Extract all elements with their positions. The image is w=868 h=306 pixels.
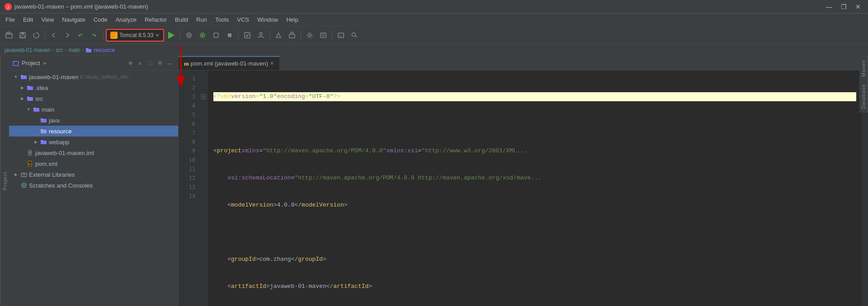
- sidebar-header: Project ⊕ ≡ ⬚ ⚙ —: [9, 56, 178, 71]
- terminal-button[interactable]: >_: [335, 29, 347, 42]
- svg-rect-19: [214, 33, 218, 38]
- menu-edit[interactable]: Edit: [19, 15, 37, 24]
- menu-bar: File Edit View Navigate Code Analyze Ref…: [0, 14, 868, 26]
- code-line-4: xsi:schemaLocation="http://maven.apache.…: [213, 174, 856, 183]
- run-button[interactable]: [165, 29, 178, 42]
- toolbar-separator-6: [301, 31, 301, 40]
- tab-xml-icon: m: [184, 60, 189, 67]
- sidebar-sort-type-btn[interactable]: ⬚: [146, 59, 155, 68]
- project-panel-label[interactable]: Project: [0, 56, 9, 306]
- tab-close-button[interactable]: ✕: [270, 61, 274, 66]
- menu-file[interactable]: File: [2, 15, 19, 24]
- minimize-button[interactable]: —: [824, 1, 835, 12]
- tree-item-main-label: main: [42, 106, 54, 113]
- svg-rect-39: [21, 75, 27, 79]
- sidebar-scope-btn[interactable]: ⊕: [126, 59, 135, 68]
- svg-rect-52: [41, 140, 43, 141]
- tree-item-java[interactable]: java: [9, 115, 178, 126]
- maximize-button[interactable]: ❐: [838, 1, 849, 12]
- open-button[interactable]: [3, 29, 15, 42]
- menu-vcs[interactable]: VCS: [233, 15, 253, 24]
- back-button[interactable]: [47, 29, 60, 42]
- tree-item-scratches[interactable]: Scratches and Consoles: [9, 180, 178, 191]
- expand-main-icon[interactable]: ▼: [25, 107, 32, 112]
- svg-rect-50: [41, 129, 43, 130]
- debug-button[interactable]: [196, 29, 209, 42]
- search-everywhere-button[interactable]: [348, 29, 361, 42]
- breadcrumb-resource[interactable]: resource: [94, 47, 115, 53]
- toolbar-separator-5: [269, 31, 270, 40]
- menu-help[interactable]: Help: [283, 15, 302, 24]
- close-button[interactable]: ✕: [853, 1, 863, 12]
- scratches-icon: [20, 182, 28, 189]
- ant-button[interactable]: [183, 29, 195, 42]
- svg-rect-37: [13, 61, 19, 66]
- run-configuration[interactable]: 🐱 Tomcat 8.5.33: [106, 29, 164, 42]
- forward-button[interactable]: [61, 29, 74, 42]
- profile-button[interactable]: [255, 29, 267, 42]
- tree-item-root[interactable]: ▼ javaweb-01-maven E:\study_self\std_JAV…: [9, 71, 178, 82]
- line-num-5: 5: [179, 110, 199, 119]
- gutter-fold-3[interactable]: [199, 92, 208, 101]
- database-panel-label[interactable]: Database: [859, 80, 868, 113]
- revert-button[interactable]: ↶: [75, 29, 87, 42]
- breadcrumb-src[interactable]: src: [56, 47, 63, 53]
- line-num-12: 12: [179, 174, 199, 183]
- tree-item-pom-label: pom.xml: [35, 160, 57, 167]
- expand-idea-icon[interactable]: ▶: [19, 85, 25, 90]
- toolbar: ↶ ↷ 🐱 Tomcat 8.5.33: [0, 26, 868, 44]
- breadcrumb-sep-1: ›: [52, 47, 54, 53]
- menu-view[interactable]: View: [38, 15, 57, 24]
- tree-item-main[interactable]: ▼ main: [9, 104, 178, 115]
- debug2-button[interactable]: [210, 29, 222, 42]
- expand-src-icon[interactable]: ▶: [19, 96, 25, 101]
- menu-build[interactable]: Build: [171, 15, 192, 24]
- code-line-3: <project xmlns="http://maven.apache.org/…: [213, 146, 856, 155]
- tree-item-src[interactable]: ▶ src: [9, 93, 178, 104]
- menu-refactor[interactable]: Refactor: [141, 15, 170, 24]
- sidebar-actions: ⊕ ≡ ⬚ ⚙ —: [126, 59, 175, 68]
- expand-webapp-icon[interactable]: ▶: [33, 140, 39, 144]
- breadcrumb-main[interactable]: main: [68, 47, 80, 53]
- sidebar-sort-alpha-btn[interactable]: ≡: [136, 59, 145, 68]
- sdk-button[interactable]: [317, 29, 330, 42]
- fold-project-icon: [201, 94, 206, 99]
- sync-button[interactable]: [30, 29, 42, 42]
- tree-item-webapp[interactable]: ▶ webapp: [9, 137, 178, 147]
- coverage-button[interactable]: [241, 29, 254, 42]
- expand-extlib-icon[interactable]: ▶: [13, 172, 19, 177]
- tree-item-resource[interactable]: resource: [9, 126, 178, 137]
- tree-item-ext-lib[interactable]: ▶ External Libraries: [9, 169, 178, 180]
- resource-folder-icon: [40, 127, 47, 135]
- menu-run[interactable]: Run: [193, 15, 211, 24]
- save-button[interactable]: [16, 29, 29, 42]
- sidebar-settings-btn[interactable]: ⚙: [156, 59, 165, 68]
- menu-analyze[interactable]: Analyze: [112, 15, 140, 24]
- line-num-2: 2: [179, 83, 199, 92]
- svg-rect-48: [41, 118, 43, 119]
- tree-item-iml[interactable]: javaweb-01-maven.iml: [9, 147, 178, 158]
- tree-item-pom[interactable]: m pom.xml: [9, 158, 178, 169]
- menu-window[interactable]: Window: [254, 15, 282, 24]
- menu-code[interactable]: Code: [90, 15, 111, 24]
- stop-button[interactable]: [223, 29, 236, 42]
- breadcrumb-project[interactable]: javaweb-01-maven: [5, 47, 50, 53]
- tab-pom-label: pom.xml (javaweb-01-maven): [191, 60, 268, 67]
- build2-button[interactable]: [286, 29, 298, 42]
- menu-tools[interactable]: Tools: [212, 15, 232, 24]
- code-content[interactable]: <?xml version="1.0" encoding="UTF-8"?> <…: [208, 71, 862, 306]
- maven-panel-label[interactable]: Maven: [859, 56, 868, 80]
- settings-button[interactable]: [303, 29, 316, 42]
- line-num-6: 6: [179, 119, 199, 128]
- menu-navigate[interactable]: Navigate: [58, 15, 89, 24]
- tab-pom-xml[interactable]: m pom.xml (javaweb-01-maven) ✕: [179, 56, 280, 70]
- forward2-button[interactable]: ↷: [88, 29, 101, 42]
- svg-point-26: [308, 34, 311, 37]
- breadcrumb-sep-3: ›: [82, 47, 84, 53]
- expand-root-icon[interactable]: ▼: [13, 75, 19, 79]
- sidebar-minimize-btn[interactable]: —: [165, 59, 175, 68]
- build-project-button[interactable]: [272, 29, 285, 42]
- window-controls: — ❐ ✕: [824, 1, 863, 12]
- title-bar: J javaweb-01-maven – pom.xml (javaweb-01…: [0, 0, 868, 14]
- tree-item-idea[interactable]: ▶ .idea: [9, 82, 178, 93]
